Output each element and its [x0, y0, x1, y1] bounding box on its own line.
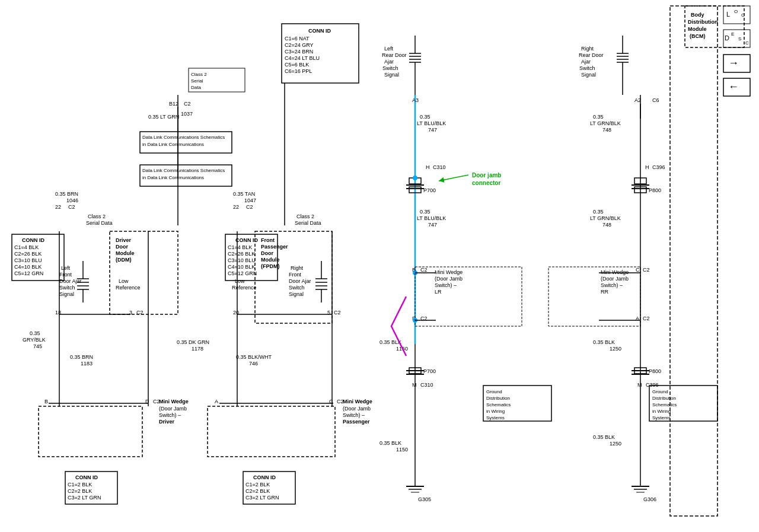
svg-text:Switch) –: Switch) – — [159, 412, 181, 418]
svg-text:C1=6 NAT: C1=6 NAT — [285, 36, 310, 42]
svg-text:Data Link Communications Schem: Data Link Communications Schematics — [142, 135, 225, 140]
svg-text:747: 747 — [428, 222, 437, 228]
svg-text:747: 747 — [428, 127, 437, 133]
svg-text:Class 2: Class 2 — [191, 72, 207, 77]
svg-text:(DDM): (DDM) — [116, 257, 132, 263]
svg-text:Door: Door — [261, 250, 273, 256]
svg-text:Front: Front — [59, 272, 72, 278]
svg-text:Door jamb: Door jamb — [472, 172, 501, 179]
svg-text:C5=12 GRN: C5=12 GRN — [228, 270, 257, 276]
svg-text:0.35: 0.35 — [30, 330, 40, 336]
svg-text:0.35 BRN: 0.35 BRN — [70, 354, 93, 360]
svg-text:Low: Low — [235, 278, 245, 284]
svg-text:Serial: Serial — [191, 78, 203, 84]
svg-text:A: A — [215, 399, 218, 404]
svg-text:Right: Right — [581, 46, 594, 52]
svg-text:(Door Jamb: (Door Jamb — [435, 276, 463, 282]
svg-text:Rear Door: Rear Door — [579, 52, 604, 58]
svg-text:in Data Link Communications: in Data Link Communications — [142, 175, 204, 180]
svg-text:Ajar: Ajar — [384, 59, 394, 65]
svg-text:C2=24 GRY: C2=24 GRY — [285, 42, 314, 48]
svg-text:0.35: 0.35 — [420, 114, 430, 120]
svg-text:C1=2 BLK: C1=2 BLK — [68, 482, 92, 488]
svg-text:in Wiring: in Wiring — [652, 409, 671, 414]
svg-text:Signal: Signal — [384, 72, 399, 78]
svg-text:C5=6 BLK: C5=6 BLK — [285, 62, 309, 68]
svg-text:1250: 1250 — [610, 441, 621, 447]
svg-text:Schematics: Schematics — [652, 402, 677, 407]
svg-text:748: 748 — [602, 127, 611, 133]
svg-text:Left: Left — [384, 46, 394, 52]
svg-text:Serial Data: Serial Data — [295, 220, 321, 226]
svg-text:Serial Data: Serial Data — [86, 220, 113, 226]
svg-text:GRY/BLK: GRY/BLK — [23, 337, 46, 343]
svg-text:C4=10 BLK: C4=10 BLK — [14, 264, 42, 270]
svg-text:Class 2: Class 2 — [296, 214, 314, 219]
svg-text:0.35 DK GRN: 0.35 DK GRN — [177, 339, 209, 345]
svg-text:Schematics: Schematics — [486, 402, 511, 407]
svg-text:Driver: Driver — [116, 237, 132, 243]
svg-text:C3=2 LT GRN: C3=2 LT GRN — [68, 495, 101, 501]
svg-text:Data: Data — [191, 85, 201, 90]
svg-text:in Wiring: in Wiring — [486, 409, 505, 414]
svg-text:Module: Module — [116, 250, 135, 256]
svg-text:RR: RR — [601, 289, 608, 295]
svg-text:C2: C2 — [246, 204, 253, 210]
svg-text:C3=10 BLU: C3=10 BLU — [228, 257, 256, 263]
svg-rect-246 — [39, 406, 142, 457]
svg-rect-247 — [208, 406, 335, 457]
svg-text:C2: C2 — [136, 310, 143, 316]
svg-text:C6: C6 — [652, 97, 659, 103]
svg-text:Class 2: Class 2 — [88, 214, 106, 219]
svg-text:Switch: Switch — [382, 65, 398, 71]
svg-text:P800: P800 — [649, 187, 661, 193]
svg-text:0.35: 0.35 — [420, 209, 430, 215]
svg-text:Switch: Switch — [289, 285, 305, 291]
svg-text:G306: G306 — [643, 496, 656, 502]
svg-text:Rear Door: Rear Door — [382, 52, 407, 58]
svg-text:0.35: 0.35 — [593, 209, 604, 215]
svg-text:LT BLU/BLK: LT BLU/BLK — [417, 120, 446, 126]
svg-text:Systems: Systems — [486, 415, 505, 420]
svg-text:1150: 1150 — [396, 447, 408, 453]
svg-text:C2: C2 — [643, 316, 650, 321]
svg-text:745: 745 — [33, 343, 42, 349]
svg-text:Distribution: Distribution — [652, 396, 676, 401]
svg-text:0.35 LT GRN: 0.35 LT GRN — [148, 114, 179, 120]
svg-text:Switch: Switch — [579, 65, 595, 71]
svg-text:Door Ajar: Door Ajar — [289, 278, 311, 284]
svg-text:Body: Body — [691, 12, 704, 18]
svg-text:C1=4 BLK: C1=4 BLK — [14, 244, 39, 250]
svg-text:C1=2 BLK: C1=2 BLK — [245, 482, 270, 488]
svg-text:Reference: Reference — [232, 285, 257, 291]
svg-text:connector: connector — [472, 180, 500, 186]
svg-text:0.35 TAN: 0.35 TAN — [233, 191, 255, 197]
svg-text:0.35: 0.35 — [593, 114, 604, 120]
svg-text:B12: B12 — [169, 101, 178, 107]
svg-text:B: B — [44, 399, 48, 404]
svg-text:C3=2 LT GRN: C3=2 LT GRN — [245, 495, 279, 501]
svg-text:G305: G305 — [418, 496, 431, 502]
svg-text:E: E — [731, 31, 734, 37]
svg-text:0.35 BLK: 0.35 BLK — [593, 339, 615, 345]
svg-text:C: C — [745, 40, 749, 46]
svg-text:P700: P700 — [423, 187, 436, 193]
svg-text:C2: C2 — [334, 310, 341, 316]
svg-text:Systems: Systems — [652, 415, 671, 420]
svg-text:Ground: Ground — [652, 389, 668, 394]
svg-text:M: M — [637, 382, 642, 388]
svg-text:C5=12 GRN: C5=12 GRN — [14, 270, 43, 276]
svg-text:C2=26 BLK: C2=26 BLK — [228, 251, 255, 257]
svg-text:C310: C310 — [420, 382, 433, 388]
svg-text:C310: C310 — [433, 164, 446, 170]
svg-text:(Door Jamb: (Door Jamb — [601, 276, 629, 282]
svg-text:Right: Right — [291, 265, 304, 271]
svg-text:0.35 BRN: 0.35 BRN — [55, 191, 78, 197]
svg-text:C: C — [636, 267, 640, 273]
svg-text:Module: Module — [261, 257, 280, 263]
svg-text:→: → — [728, 57, 739, 69]
svg-text:O: O — [734, 9, 738, 14]
svg-text:Mini Wedge: Mini Wedge — [159, 399, 189, 404]
svg-text:(Door Jamb: (Door Jamb — [159, 406, 187, 412]
svg-text:C2: C2 — [643, 267, 650, 273]
